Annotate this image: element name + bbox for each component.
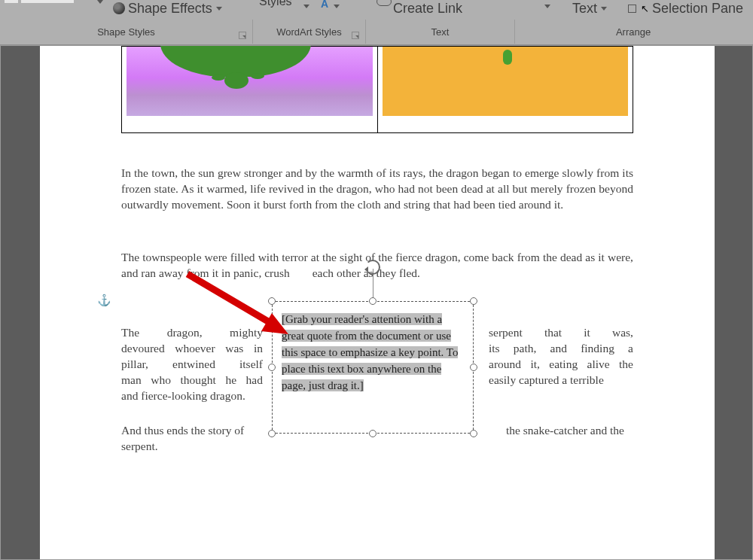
shape-effects-icon <box>113 2 125 14</box>
chevron-down-icon <box>601 7 607 11</box>
chevron-down-icon <box>334 5 340 8</box>
resize-handle[interactable] <box>470 430 477 437</box>
resize-handle[interactable] <box>470 364 477 371</box>
line: devoured whoever was in <box>121 340 263 356</box>
wrap-left-column: The dragon, mighty devoured whoever was … <box>121 324 263 403</box>
p4-right: the snake-catcher and the <box>481 422 624 438</box>
line: around it, eating alive the <box>489 356 633 372</box>
create-link-label: Create Link <box>393 1 462 17</box>
selection-pane-button[interactable]: ↖ Selection Pane <box>628 0 743 17</box>
quick-styles-menu[interactable]: Styles <box>259 0 292 12</box>
shape-effects-menu[interactable]: Shape Effects <box>113 0 222 17</box>
svg-line-0 <box>187 274 272 324</box>
ribbon-group-labels: Shape Styles WordArt Styles Text Arrange <box>0 20 753 44</box>
styles-label: Styles <box>259 0 292 8</box>
text-label: Text <box>572 1 597 17</box>
document-page[interactable]: In the town, the sun grew stronger and b… <box>40 46 715 560</box>
create-link-button[interactable]: Create Link <box>393 0 462 17</box>
wrap-right-column: serpent that it was, its path, and findi… <box>489 324 633 388</box>
landscape-sunset-image[interactable] <box>127 47 373 116</box>
line: The dragon, mighty <box>121 324 263 340</box>
group-label: Shape Styles <box>97 26 155 38</box>
yellow-image[interactable] <box>383 47 629 116</box>
paragraph[interactable]: In the town, the sun grew stronger and b… <box>121 165 633 212</box>
selected-text-box[interactable]: [Grab your reader's attention with a gre… <box>272 301 474 434</box>
resize-handle[interactable] <box>268 430 276 437</box>
line: its path, and finding a <box>489 340 633 356</box>
resize-handle[interactable] <box>470 297 477 305</box>
anchor-icon[interactable]: ⚓ <box>97 294 111 307</box>
rotate-handle-icon[interactable] <box>365 260 380 275</box>
line: man who thought he had <box>121 372 263 388</box>
checkbox-icon <box>628 5 636 13</box>
resize-handle[interactable] <box>268 297 276 305</box>
chevron-down-icon[interactable] <box>544 5 550 8</box>
highlighted-placeholder-text: [Grab your reader's attention with a gre… <box>282 313 458 391</box>
cursor-icon: ↖ <box>641 3 649 14</box>
group-label: Arrange <box>616 26 651 38</box>
text-box-content[interactable]: [Grab your reader's attention with a gre… <box>282 311 464 394</box>
text-menu[interactable]: Text <box>572 0 607 17</box>
dialog-launcher-icon[interactable] <box>352 32 359 39</box>
line: easily captured a terrible <box>489 372 633 388</box>
chevron-down-icon <box>303 5 309 8</box>
ribbon-top-row: Shape Effects Styles A Create Link Text … <box>0 0 753 17</box>
document-canvas[interactable]: In the town, the sun grew stronger and b… <box>0 45 753 560</box>
group-arrange: Arrange <box>515 20 751 44</box>
p4-left: And thus ends the story of <box>121 422 279 438</box>
group-label: WordArt Styles <box>276 26 341 38</box>
group-shape-styles: Shape Styles <box>0 20 253 44</box>
ribbon: Shape Effects Styles A Create Link Text … <box>0 0 753 45</box>
group-text: Text <box>366 20 515 44</box>
link-icon <box>376 0 392 6</box>
table-cell-left[interactable] <box>122 47 378 132</box>
group-wordart-styles: WordArt Styles <box>253 20 366 44</box>
table-cell-right[interactable] <box>378 47 633 132</box>
line: serpent that it was, <box>489 324 633 340</box>
text-effects-icon[interactable]: A <box>321 0 328 10</box>
resize-handle[interactable] <box>268 364 276 371</box>
line: pillar, entwined itself <box>121 356 263 372</box>
line: and fierce-looking dragon. <box>121 388 263 403</box>
resize-handle[interactable] <box>369 297 376 305</box>
image-table[interactable] <box>121 46 633 133</box>
group-label: Text <box>431 26 450 38</box>
dialog-launcher-icon[interactable] <box>239 32 246 39</box>
selection-pane-label: Selection Pane <box>652 1 743 17</box>
resize-handle[interactable] <box>369 430 376 437</box>
p4-below: serpent. <box>121 438 633 454</box>
shape-effects-label: Shape Effects <box>128 1 212 17</box>
chevron-down-icon <box>216 7 222 11</box>
